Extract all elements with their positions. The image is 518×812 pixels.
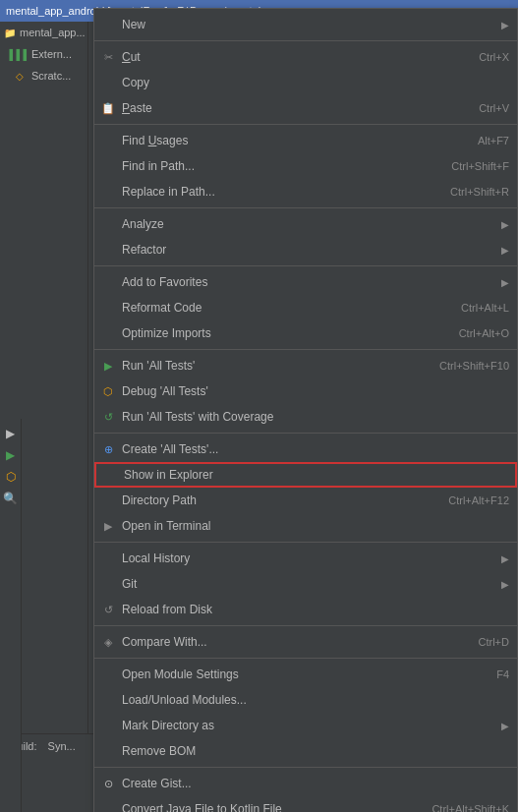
menu-item-show-in-explorer[interactable]: Show in Explorer [94, 462, 517, 488]
menu-item-mark-directory-as[interactable]: Mark Directory as ▶ [94, 713, 517, 738]
sidebar-item-scratch[interactable]: ◇ Scratc... [0, 65, 87, 87]
menu-item-create-all-tests-label: Create 'All Tests'... [122, 442, 509, 456]
menu-item-open-in-terminal-label: Open in Terminal [122, 519, 509, 533]
menu-arrow-git: ▶ [501, 579, 509, 590]
menu-item-create-gist-label: Create Gist... [122, 777, 509, 790]
create-test-icon: ⊕ [100, 441, 116, 457]
menu-item-copy[interactable]: Copy [94, 70, 517, 95]
menu-item-run-all-tests[interactable]: ▶ Run 'All Tests' Ctrl+Shift+F10 [94, 353, 517, 378]
menu-item-load-unload-modules[interactable]: Load/Unload Modules... [94, 687, 517, 713]
menu-item-find-in-path-label: Find in Path... [122, 159, 432, 173]
convert-java-kotlin-shortcut: Ctrl+Alt+Shift+K [432, 803, 509, 812]
menu-arrow-mark-directory: ▶ [501, 721, 509, 731]
menu-item-mark-directory-as-label: Mark Directory as [122, 719, 493, 732]
menu-item-replace-in-path[interactable]: Replace in Path... Ctrl+Shift+R [94, 179, 517, 204]
menu-item-optimize-imports-label: Optimize Imports [122, 326, 439, 340]
menu-item-create-all-tests[interactable]: ⊕ Create 'All Tests'... [94, 436, 517, 462]
menu-item-git-label: Git [122, 577, 493, 591]
menu-item-show-in-explorer-label: Show in Explorer [124, 468, 507, 482]
separator-9 [94, 658, 517, 659]
compare-with-shortcut: Ctrl+D [479, 636, 509, 648]
menu-item-reload-from-disk-label: Reload from Disk [122, 603, 509, 616]
find-usages-shortcut: Alt+F7 [478, 135, 509, 146]
menu-item-git[interactable]: Git ▶ [94, 571, 517, 597]
menu-item-add-to-favorites-label: Add to Favorites [122, 275, 493, 289]
menu-item-cut[interactable]: ✂ Cut Ctrl+X [94, 44, 517, 70]
sidebar-item-extern[interactable]: ▌▌▌ Extern... [0, 43, 87, 65]
compare-icon: ◈ [100, 634, 116, 650]
bar-chart-icon: ▌▌▌ [12, 46, 28, 62]
menu-item-load-unload-modules-label: Load/Unload Modules... [122, 693, 509, 707]
terminal-icon: ▶ [100, 518, 116, 534]
left-tool-panel: ▶ ▶ ⬡ 🔍 [0, 419, 22, 812]
run-icon: ▶ [100, 358, 116, 374]
find-in-path-shortcut: Ctrl+Shift+F [451, 160, 509, 172]
sidebar-item-mental[interactable]: 📁 mental_app... [0, 22, 87, 43]
menu-item-remove-bom[interactable]: Remove BOM [94, 738, 517, 764]
menu-item-reload-from-disk[interactable]: ↺ Reload from Disk [94, 597, 517, 622]
replace-in-path-shortcut: Ctrl+Shift+R [450, 186, 509, 198]
menu-item-paste[interactable]: 📋 Paste Ctrl+V [94, 95, 517, 121]
menu-item-paste-label: Paste [122, 101, 459, 115]
menu-item-refactor[interactable]: Refactor ▶ [94, 237, 517, 262]
context-menu: New ▶ ✂ Cut Ctrl+X Copy 📋 Paste Ctrl+V F… [93, 8, 518, 812]
directory-path-shortcut: Ctrl+Alt+F12 [448, 494, 509, 506]
menu-item-find-usages[interactable]: Find Usages Alt+F7 [94, 128, 517, 153]
menu-item-compare-with-label: Compare With... [122, 635, 459, 649]
menu-item-open-module-settings[interactable]: Open Module Settings F4 [94, 662, 517, 687]
separator-2 [94, 124, 517, 125]
run-icon-side: ▶ [6, 448, 15, 462]
paste-shortcut: Ctrl+V [479, 102, 509, 114]
menu-item-cut-label: Cut [122, 50, 459, 64]
menu-item-find-in-path[interactable]: Find in Path... Ctrl+Shift+F [94, 153, 517, 179]
cut-icon: ✂ [100, 49, 116, 65]
scratch-icon: ◇ [12, 68, 28, 84]
menu-item-debug-all-tests[interactable]: ⬡ Debug 'All Tests' [94, 378, 517, 404]
separator-6 [94, 433, 517, 434]
menu-item-optimize-imports[interactable]: Optimize Imports Ctrl+Alt+O [94, 320, 517, 346]
menu-arrow-analyze: ▶ [501, 219, 509, 230]
separator-5 [94, 349, 517, 350]
cut-shortcut: Ctrl+X [479, 51, 509, 63]
sync-tab-label: Syn... [48, 740, 76, 752]
menu-item-find-usages-label: Find Usages [122, 134, 458, 147]
menu-item-reformat-code[interactable]: Reformat Code Ctrl+Alt+L [94, 295, 517, 320]
coverage-icon: ↺ [100, 409, 116, 425]
separator-8 [94, 625, 517, 626]
github-icon: ⊙ [100, 776, 116, 791]
menu-item-add-to-favorites[interactable]: Add to Favorites ▶ [94, 269, 517, 295]
separator-10 [94, 767, 517, 768]
menu-item-compare-with[interactable]: ◈ Compare With... Ctrl+D [94, 629, 517, 655]
menu-item-create-gist[interactable]: ⊙ Create Gist... [94, 771, 517, 796]
menu-item-analyze-label: Analyze [122, 217, 493, 231]
menu-item-replace-in-path-label: Replace in Path... [122, 185, 431, 199]
arrow-icon: ▶ [6, 427, 15, 440]
menu-item-remove-bom-label: Remove BOM [122, 744, 509, 758]
menu-item-open-module-settings-label: Open Module Settings [122, 667, 477, 681]
menu-item-convert-java-kotlin[interactable]: Convert Java File to Kotlin File Ctrl+Al… [94, 796, 517, 812]
paste-icon: 📋 [100, 100, 116, 116]
separator-1 [94, 40, 517, 41]
folder-icon: 📁 [4, 25, 16, 40]
run-all-tests-shortcut: Ctrl+Shift+F10 [439, 360, 509, 372]
menu-item-analyze[interactable]: Analyze ▶ [94, 211, 517, 237]
menu-item-run-all-tests-label: Run 'All Tests' [122, 359, 420, 373]
menu-item-convert-java-kotlin-label: Convert Java File to Kotlin File [122, 802, 412, 812]
menu-item-open-in-terminal[interactable]: ▶ Open in Terminal [94, 513, 517, 539]
menu-item-local-history[interactable]: Local History ▶ [94, 546, 517, 571]
separator-7 [94, 542, 517, 543]
reload-icon: ↺ [100, 602, 116, 617]
menu-item-new[interactable]: New ▶ [94, 12, 517, 37]
reformat-code-shortcut: Ctrl+Alt+L [461, 302, 509, 314]
sidebar-item-label: mental_app... [20, 27, 86, 38]
menu-item-new-label: New [122, 18, 493, 31]
separator-3 [94, 207, 517, 208]
debug-icon-side: ⬡ [6, 470, 16, 484]
menu-item-refactor-label: Refactor [122, 243, 493, 257]
menu-item-directory-path[interactable]: Directory Path Ctrl+Alt+F12 [94, 488, 517, 513]
menu-arrow-refactor: ▶ [501, 245, 509, 256]
open-module-settings-shortcut: F4 [496, 668, 509, 680]
sidebar-item-label: Extern... [31, 48, 72, 60]
menu-item-run-coverage[interactable]: ↺ Run 'All Tests' with Coverage [94, 404, 517, 430]
debug-icon: ⬡ [100, 383, 116, 399]
